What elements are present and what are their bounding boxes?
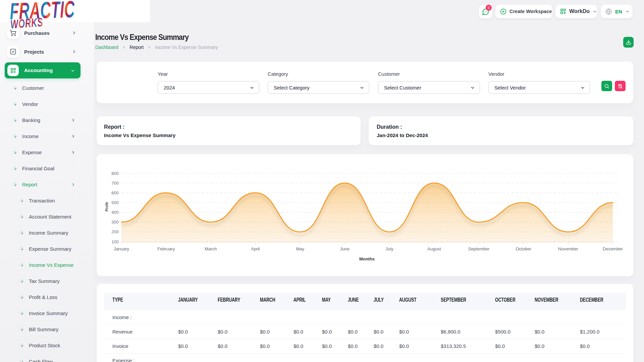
svg-text:February: February bbox=[157, 246, 175, 251]
svg-text:June: June bbox=[340, 246, 350, 251]
svg-text:July: July bbox=[386, 246, 394, 251]
svg-text:March: March bbox=[205, 246, 217, 251]
svg-text:600: 600 bbox=[111, 190, 119, 195]
svg-text:August: August bbox=[427, 246, 441, 251]
svg-text:Profit: Profit bbox=[105, 202, 109, 212]
svg-text:500: 500 bbox=[111, 200, 119, 205]
svg-text:May: May bbox=[296, 246, 304, 251]
svg-text:September: September bbox=[468, 246, 490, 251]
svg-text:200: 200 bbox=[111, 229, 119, 234]
svg-text:300: 300 bbox=[111, 220, 119, 225]
svg-text:700: 700 bbox=[111, 181, 119, 186]
svg-text:April: April bbox=[251, 246, 260, 251]
svg-text:December: December bbox=[603, 246, 623, 251]
svg-text:Months: Months bbox=[359, 256, 375, 261]
svg-text:100: 100 bbox=[111, 239, 119, 244]
svg-text:January: January bbox=[114, 246, 129, 251]
svg-text:October: October bbox=[516, 246, 531, 251]
svg-text:November: November bbox=[558, 246, 579, 251]
svg-text:800: 800 bbox=[111, 171, 119, 176]
svg-text:400: 400 bbox=[111, 210, 119, 215]
